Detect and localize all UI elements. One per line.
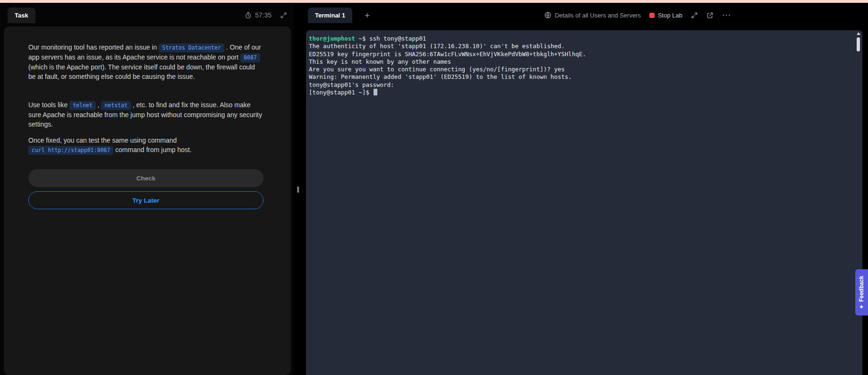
details-users-servers-link[interactable]: Details of all Users and Servers — [544, 11, 641, 19]
timer: 57:35 — [245, 11, 272, 19]
terminal-pane-header: Terminal 1 + Details of all Users and Se… — [302, 3, 868, 25]
app-root: Task 57:35 Our monitoring tool has repor… — [0, 3, 868, 375]
check-button[interactable]: Check — [28, 169, 264, 187]
task-paragraph: Our monitoring tool has reported an issu… — [28, 43, 264, 81]
expand-terminal-button[interactable] — [691, 12, 698, 19]
stop-lab-button[interactable]: Stop Lab — [649, 12, 682, 19]
timer-value: 57:35 — [255, 11, 272, 19]
terminal-line: This key is not known by any other names — [309, 58, 853, 66]
terminal-line: [tony@stapp01 ~]$ — [309, 89, 853, 96]
open-in-new-window-button[interactable] — [706, 12, 714, 19]
stop-icon — [649, 13, 655, 18]
external-link-icon — [706, 12, 714, 19]
terminal-scrollbar[interactable] — [856, 32, 861, 373]
inline-code-chip: telnet — [69, 101, 96, 110]
clock-icon — [245, 12, 252, 19]
feedback-label: Feedback — [859, 276, 865, 302]
expand-icon — [691, 12, 698, 19]
more-options-button[interactable]: ⋯ — [722, 12, 731, 17]
tab-task[interactable]: Task — [8, 8, 35, 23]
terminal-line: tony@stapp01's password: — [309, 81, 853, 89]
details-icon — [544, 11, 552, 19]
tab-task-label: Task — [15, 12, 28, 19]
inline-code-chip: curl http://stapp01:8087 — [28, 146, 113, 155]
try-later-button[interactable]: Try Later — [28, 191, 264, 209]
terminal-line: thor@jumphost ~$ ssh tony@stapp01 — [309, 35, 853, 43]
details-link-label: Details of all Users and Servers — [555, 12, 641, 19]
task-paragraph: Use tools like telnet , netstat , etc. t… — [28, 100, 264, 129]
scroll-up-arrow[interactable] — [857, 32, 860, 35]
inline-code-chip: netstat — [101, 101, 130, 110]
new-terminal-tab-button[interactable]: + — [365, 11, 370, 20]
tab-terminal-1-label: Terminal 1 — [315, 12, 345, 19]
feedback-sparkle-icon: ✦ — [859, 305, 865, 309]
terminal-cursor — [374, 89, 377, 95]
feedback-button[interactable]: ✦ Feedback — [855, 269, 868, 315]
terminal-line: The authenticity of host 'stapp01 (172.1… — [309, 43, 853, 50]
terminal-window[interactable]: thor@jumphost ~$ ssh tony@stapp01The aut… — [306, 30, 862, 375]
terminal-line: ED25519 key fingerprint is SHA256:6TAw1c… — [309, 51, 853, 58]
resize-grip-icon: ∥ — [297, 186, 300, 193]
stop-lab-label: Stop Lab — [658, 12, 682, 19]
inline-code-chip: Stratos Datacenter — [159, 43, 224, 52]
task-description: Our monitoring tool has reported an issu… — [28, 43, 264, 155]
task-pane-header: Task 57:35 — [0, 3, 294, 25]
task-card: Our monitoring tool has reported an issu… — [4, 26, 291, 375]
terminal-header-actions: Details of all Users and Servers Stop La… — [544, 11, 731, 19]
terminal-pane: Terminal 1 + Details of all Users and Se… — [302, 3, 868, 375]
terminal-output: thor@jumphost ~$ ssh tony@stapp01The aut… — [309, 35, 853, 96]
inline-code-chip: 8087 — [240, 53, 260, 62]
task-paragraph: Once fixed, you can test the same using … — [28, 136, 264, 155]
expand-icon — [280, 12, 287, 19]
terminal-line: Warning: Permanently added 'stapp01' (ED… — [309, 73, 853, 81]
task-pane: Task 57:35 Our monitoring tool has repor… — [0, 3, 294, 375]
pane-resize-handle[interactable]: ∥ — [294, 3, 302, 375]
expand-task-pane-button[interactable] — [280, 12, 287, 19]
terminal-line: Are you sure you want to continue connec… — [309, 66, 853, 73]
tab-terminal-1[interactable]: Terminal 1 — [308, 8, 352, 23]
task-header-actions: 57:35 — [245, 11, 287, 19]
scrollbar-thumb[interactable] — [857, 37, 860, 51]
